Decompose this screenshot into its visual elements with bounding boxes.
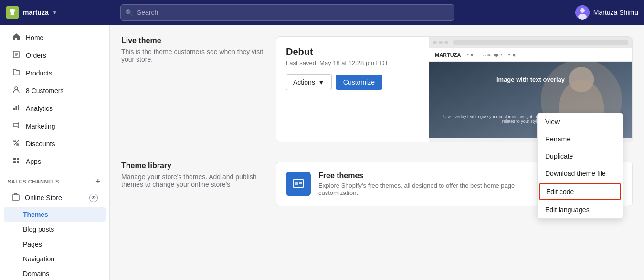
- sidebar-item-analytics[interactable]: Analytics: [4, 100, 106, 117]
- eye-icon[interactable]: [89, 194, 98, 202]
- actions-dropdown-menu: View Rename Duplicate Download theme fil…: [537, 113, 623, 219]
- search-icon: 🔍: [125, 9, 133, 16]
- sidebar-item-orders-label: Orders: [26, 52, 46, 59]
- svg-rect-16: [13, 161, 16, 163]
- brand-chevron-icon: ▼: [53, 10, 57, 15]
- theme-library-info: Theme library Manage your store's themes…: [121, 162, 264, 206]
- sidebar-item-home-label: Home: [26, 34, 43, 42]
- theme-name: Debut: [286, 46, 420, 57]
- user-area[interactable]: Martuza Shimu: [575, 5, 638, 20]
- customers-icon: [11, 86, 21, 96]
- live-theme-title: Live theme: [121, 36, 264, 45]
- svg-rect-9: [16, 106, 17, 110]
- actions-chevron-icon: ▼: [318, 78, 325, 86]
- browser-dot-2: [439, 41, 443, 44]
- user-name: Martuza Shimu: [593, 9, 638, 16]
- sidebar-sub-item-navigation[interactable]: Navigation: [4, 252, 106, 266]
- add-channel-icon[interactable]: ＋: [94, 176, 102, 186]
- dropdown-item-edit-code[interactable]: Edit code: [539, 183, 621, 200]
- sidebar-sub-pages-label: Pages: [23, 240, 42, 248]
- dropdown-item-view[interactable]: View: [538, 113, 623, 130]
- dropdown-item-rename[interactable]: Rename: [538, 130, 623, 148]
- actions-button[interactable]: Actions ▼: [286, 74, 332, 90]
- browser-url-bar: [453, 40, 628, 45]
- avatar: [575, 5, 590, 20]
- svg-rect-10: [18, 105, 19, 110]
- theme-card-wrapper: Debut Last saved: May 18 at 12:28 pm EDT…: [276, 36, 633, 142]
- sidebar-item-products-label: Products: [26, 69, 52, 77]
- search-input[interactable]: [120, 4, 454, 21]
- svg-rect-18: [12, 195, 19, 200]
- sidebar-item-online-store[interactable]: Online Store: [4, 189, 106, 207]
- online-store-left: Online Store: [11, 193, 62, 203]
- svg-rect-8: [13, 108, 15, 110]
- sidebar-item-discounts-label: Discounts: [26, 140, 55, 148]
- theme-actions-row: Actions ▼ Customize: [286, 74, 420, 90]
- svg-rect-15: [17, 158, 19, 160]
- preview-browser-bar: [429, 37, 632, 48]
- top-navigation: martuza ▼ 🔍 Martuza Shimu: [0, 0, 644, 25]
- browser-dot-3: [444, 41, 448, 44]
- actions-label: Actions: [293, 78, 315, 86]
- preview-nav-catalogue: Catalogue: [482, 53, 502, 57]
- apps-icon: [11, 157, 21, 166]
- sidebar-sub-item-themes[interactable]: Themes: [4, 207, 106, 222]
- sidebar-item-customers[interactable]: 8 Customers: [4, 82, 106, 99]
- orders-icon: [11, 51, 21, 60]
- sidebar-sub-item-pages[interactable]: Pages: [4, 237, 106, 251]
- svg-rect-14: [13, 158, 16, 160]
- svg-rect-25: [293, 180, 304, 187]
- marketing-icon: [11, 121, 21, 131]
- preview-nav: MARTUZA Shop Catalogue Blog: [429, 48, 632, 62]
- sidebar-sub-item-blog-posts[interactable]: Blog posts: [4, 222, 106, 237]
- analytics-icon: [11, 104, 21, 113]
- home-icon: [11, 33, 21, 43]
- online-store-icon: [11, 193, 20, 203]
- live-theme-description: This is the theme customers see when the…: [121, 48, 264, 63]
- app-body: Home Orders Products 8 Customers Analyti…: [0, 25, 644, 280]
- products-icon: [11, 68, 21, 78]
- online-store-label: Online Store: [25, 194, 62, 202]
- sidebar-item-products[interactable]: Products: [4, 65, 106, 82]
- online-store-icons: [89, 194, 98, 202]
- sidebar-item-discounts[interactable]: Discounts: [4, 135, 106, 152]
- sidebar-item-customers-label: 8 Customers: [26, 87, 63, 95]
- sidebar-item-apps[interactable]: Apps: [4, 153, 106, 170]
- theme-library-description: Manage your store's themes. Add and publ…: [121, 173, 264, 188]
- sidebar-item-apps-label: Apps: [26, 158, 41, 165]
- free-themes-description: Explore Shopify's free themes, all desig…: [318, 182, 539, 196]
- sidebar-sub-domains-label: Domains: [23, 270, 49, 278]
- live-theme-section: Live theme This is the theme customers s…: [121, 36, 633, 142]
- shopify-logo: [6, 6, 19, 19]
- theme-library-title: Theme library: [121, 162, 264, 170]
- sidebar-sub-themes-label: Themes: [23, 211, 48, 218]
- brand-area[interactable]: martuza ▼: [6, 6, 57, 19]
- sidebar-sub-navigation-label: Navigation: [23, 255, 54, 263]
- sidebar: Home Orders Products 8 Customers Analyti…: [0, 25, 110, 280]
- preview-overlay-text: Image with text overlay: [496, 76, 565, 83]
- dropdown-item-download[interactable]: Download theme file: [538, 165, 623, 182]
- main-content: Live theme This is the theme customers s…: [110, 25, 644, 280]
- sidebar-item-marketing-label: Marketing: [26, 122, 55, 130]
- sidebar-item-home[interactable]: Home: [4, 29, 106, 46]
- sidebar-sub-blog-posts-label: Blog posts: [23, 226, 54, 233]
- svg-rect-26: [295, 182, 298, 185]
- sidebar-item-marketing[interactable]: Marketing: [4, 118, 106, 135]
- svg-point-7: [15, 87, 18, 90]
- live-theme-info: Live theme This is the theme customers s…: [121, 36, 264, 142]
- free-themes-icon: [286, 172, 311, 196]
- browser-dot-1: [433, 41, 437, 44]
- dropdown-item-edit-languages[interactable]: Edit languages: [538, 201, 623, 218]
- preview-nav-shop: Shop: [466, 53, 476, 57]
- customize-button[interactable]: Customize: [336, 75, 382, 90]
- discounts-icon: [11, 139, 21, 149]
- svg-point-20: [93, 197, 94, 198]
- sales-channels-label: SALES CHANNELS: [8, 179, 59, 184]
- theme-saved: Last saved: May 18 at 12:28 pm EDT: [286, 59, 420, 66]
- sidebar-item-orders[interactable]: Orders: [4, 47, 106, 64]
- svg-point-1: [580, 8, 585, 13]
- search-bar: 🔍: [120, 4, 454, 21]
- dropdown-item-duplicate[interactable]: Duplicate: [538, 148, 623, 165]
- free-themes-title: Free themes: [318, 172, 539, 180]
- sidebar-sub-item-domains[interactable]: Domains: [4, 267, 106, 280]
